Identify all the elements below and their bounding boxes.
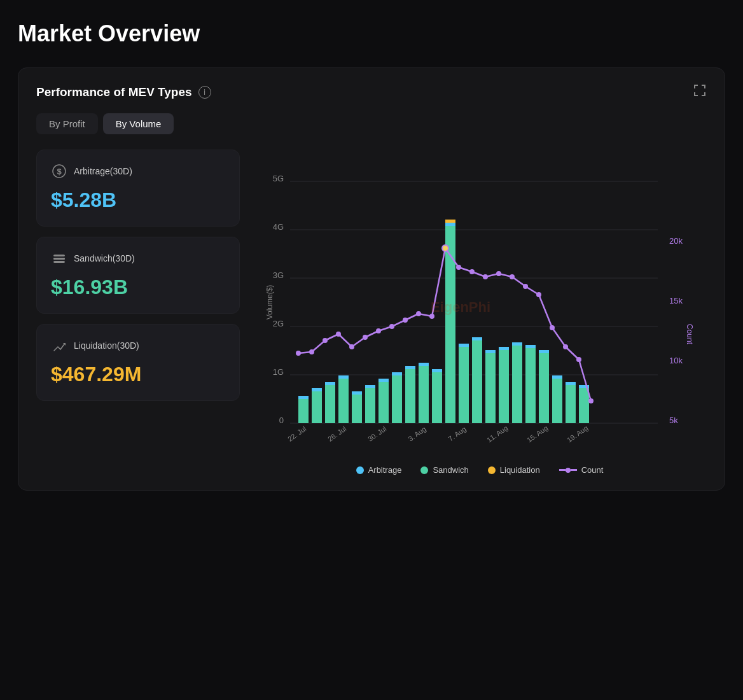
svg-point-103 (536, 292, 541, 297)
page-title: Market Overview (18, 20, 725, 47)
svg-rect-64 (499, 347, 509, 350)
svg-point-91 (376, 328, 381, 333)
card-header: Performance of MEV Types i (36, 83, 707, 101)
svg-rect-59 (472, 340, 482, 423)
svg-point-101 (510, 274, 515, 279)
sandwich-icon (51, 250, 67, 267)
svg-text:22. Jul: 22. Jul (286, 425, 307, 443)
svg-rect-73 (566, 385, 576, 423)
arbitrage-stat-card: $ Arbitrage(30D) $5.28B (36, 150, 240, 227)
count-legend-dot (566, 468, 571, 473)
svg-text:5k: 5k (669, 416, 678, 425)
svg-rect-57 (459, 347, 469, 423)
svg-rect-45 (378, 379, 389, 382)
info-icon[interactable]: i (198, 86, 211, 99)
svg-rect-66 (512, 342, 522, 346)
svg-point-86 (309, 349, 314, 354)
svg-rect-34 (312, 391, 322, 423)
svg-rect-68 (525, 345, 536, 348)
svg-rect-74 (566, 382, 576, 385)
svg-text:Volume($): Volume($) (265, 285, 274, 320)
svg-rect-61 (485, 353, 496, 423)
svg-rect-40 (352, 395, 362, 423)
arbitrage-legend-label: Arbitrage (368, 465, 402, 475)
svg-rect-33 (298, 396, 309, 399)
svg-point-88 (336, 332, 341, 337)
legend-sandwich: Sandwich (420, 465, 468, 475)
svg-rect-36 (325, 385, 335, 423)
svg-text:15k: 15k (669, 296, 683, 305)
svg-text:15. Aug: 15. Aug (525, 424, 549, 444)
svg-rect-71 (552, 379, 562, 423)
chart-area: 0 1G 2G 3G 4G 5G Volume($) 5 (253, 150, 707, 475)
svg-rect-3 (704, 85, 705, 88)
svg-text:26. Jul: 26. Jul (326, 425, 347, 443)
by-profit-button[interactable]: By Profit (36, 113, 98, 134)
svg-rect-50 (419, 366, 429, 423)
svg-rect-56 (445, 220, 455, 223)
svg-point-93 (403, 318, 408, 323)
toggle-row: By Profit By Volume (36, 113, 707, 134)
svg-rect-12 (53, 261, 65, 263)
svg-rect-65 (512, 346, 522, 423)
svg-text:30. Jul: 30. Jul (366, 425, 387, 443)
svg-rect-42 (365, 388, 375, 423)
svg-point-104 (550, 325, 555, 330)
svg-text:5G: 5G (273, 174, 284, 183)
svg-rect-11 (53, 258, 65, 260)
arbitrage-legend-dot (356, 466, 364, 474)
svg-point-87 (323, 338, 328, 343)
svg-rect-75 (579, 388, 589, 423)
svg-rect-53 (432, 369, 442, 372)
svg-point-94 (416, 311, 421, 316)
svg-text:EigenPhi: EigenPhi (431, 299, 490, 315)
svg-text:2G: 2G (273, 319, 284, 328)
svg-rect-63 (499, 350, 509, 423)
svg-rect-41 (352, 391, 362, 395)
arbitrage-value: $5.28B (51, 188, 225, 212)
svg-point-90 (363, 335, 368, 340)
svg-text:1G: 1G (273, 367, 284, 377)
arbitrage-header: $ Arbitrage(30D) (51, 163, 225, 179)
svg-point-98 (469, 269, 475, 274)
legend-row: Arbitrage Sandwich Liquidation Co (253, 465, 707, 475)
liquidation-icon (51, 337, 67, 354)
svg-point-99 (483, 274, 488, 279)
main-content: $ Arbitrage(30D) $5.28B (36, 150, 707, 475)
count-legend-line-right (571, 469, 577, 471)
svg-rect-70 (539, 350, 549, 353)
svg-rect-38 (338, 379, 349, 423)
svg-rect-35 (312, 388, 322, 391)
by-volume-button[interactable]: By Volume (103, 113, 174, 134)
svg-rect-37 (325, 382, 335, 385)
main-card: Performance of MEV Types i By Profit By … (18, 67, 725, 491)
arbitrage-label: Arbitrage(30D) (74, 166, 132, 176)
svg-rect-5 (694, 92, 695, 96)
stats-column: $ Arbitrage(30D) $5.28B (36, 150, 240, 475)
svg-point-97 (456, 265, 461, 270)
svg-point-102 (523, 284, 528, 289)
svg-point-100 (496, 271, 501, 276)
svg-rect-52 (432, 372, 442, 423)
svg-point-85 (296, 351, 301, 356)
svg-rect-72 (552, 375, 562, 379)
svg-text:$: $ (57, 167, 62, 176)
svg-point-96 (442, 245, 448, 251)
svg-point-105 (563, 344, 568, 349)
sandwich-header: Sandwich(30D) (51, 250, 225, 267)
svg-text:Count: Count (685, 324, 694, 345)
legend-count: Count (559, 465, 604, 475)
svg-rect-10 (53, 255, 65, 256)
svg-rect-39 (338, 375, 349, 379)
liquidation-legend-dot (488, 466, 496, 474)
svg-text:10k: 10k (669, 356, 683, 365)
svg-rect-32 (298, 399, 309, 423)
expand-icon[interactable] (693, 83, 707, 101)
svg-point-89 (349, 344, 354, 349)
svg-rect-49 (405, 366, 415, 369)
legend-arbitrage: Arbitrage (356, 465, 402, 475)
sandwich-legend-label: Sandwich (433, 465, 468, 475)
svg-rect-46 (392, 375, 402, 423)
sandwich-legend-dot (420, 466, 428, 474)
svg-rect-60 (472, 337, 482, 340)
